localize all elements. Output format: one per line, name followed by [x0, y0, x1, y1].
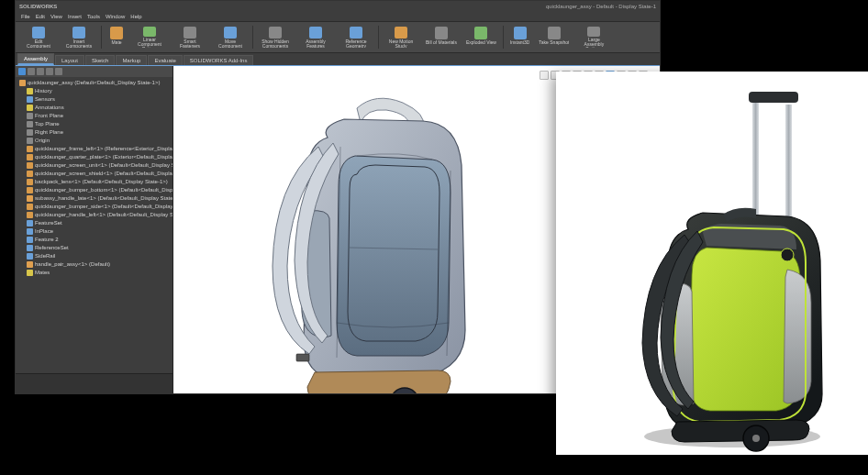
tree-node[interactable]: History	[19, 87, 171, 95]
ribbon-label: Move Component	[215, 39, 246, 48]
tree-node-label: Sensors	[35, 95, 55, 104]
ribbon-icon	[110, 27, 123, 39]
part-icon	[27, 154, 33, 160]
tree-node[interactable]: quicklaunger_bumper_bottom<1> (Default<D…	[19, 186, 171, 194]
product-photo-rolling-backpack	[556, 72, 868, 455]
feature-tree-tab-icon[interactable]	[18, 68, 26, 75]
asm-icon	[27, 261, 33, 268]
menu-help[interactable]: Help	[130, 14, 141, 19]
ribbon-edit-component[interactable]: Edit Component	[19, 24, 58, 50]
tree-node-label: Mates	[35, 269, 50, 277]
ribbon-label: Show Hidden Components	[260, 39, 291, 48]
ribbon-icon	[395, 27, 407, 39]
tree-node[interactable]: quicklaunger_bumper_side<1> (Default<Def…	[19, 203, 171, 211]
menu-edit[interactable]: Edit	[36, 14, 45, 19]
config-manager-tab-icon[interactable]	[37, 68, 44, 75]
tree-node[interactable]: quicklaunger_screen_unit<1> (Default<Def…	[19, 161, 171, 170]
tab-markup[interactable]: Markup	[116, 55, 147, 65]
ribbon-exploded-view[interactable]: Exploded View	[462, 24, 500, 50]
ribbon-new-motion-study[interactable]: New Motion Study	[382, 24, 420, 50]
tree-node[interactable]: backpack_lens<1> (Default<Default_Displa…	[19, 178, 171, 186]
part-icon	[27, 171, 33, 177]
ribbon-insert-components[interactable]: Insert Components	[60, 24, 98, 50]
tree-node-label: Top Plane	[35, 120, 60, 128]
menu-window[interactable]: Window	[106, 14, 125, 19]
tree-node[interactable]: quicklaunger_frame_left<1> (Reference<Ex…	[19, 145, 171, 153]
ribbon-icon	[587, 27, 600, 37]
origin-icon	[27, 113, 33, 119]
tab-solidworks-add-ins[interactable]: SOLIDWORKS Add-Ins	[184, 55, 254, 65]
ribbon-label: Edit Component	[23, 39, 54, 48]
tree-node[interactable]: Right Plane	[19, 128, 171, 137]
part-icon	[27, 179, 33, 185]
ribbon-icon	[514, 27, 527, 39]
ribbon-large-assembly-settings[interactable]: Large Assembly Settings	[574, 24, 613, 50]
tree-node[interactable]: Feature 2	[19, 236, 171, 244]
tab-layout[interactable]: Layout	[55, 55, 84, 65]
display-manager-tab-icon[interactable]	[55, 68, 62, 75]
ribbon-linear-component-pattern[interactable]: Linear Component Pattern	[130, 24, 169, 50]
tree-node-label: Feature 2	[35, 236, 59, 244]
origin-icon	[27, 138, 33, 144]
ribbon-label: Assembly Features	[300, 39, 331, 48]
tree-node[interactable]: Origin	[19, 137, 171, 145]
tree-node[interactable]: Top Plane	[19, 120, 171, 128]
tree-node[interactable]: FeatureSet	[19, 219, 171, 227]
feature-icon	[27, 237, 33, 243]
menu-file[interactable]: File	[21, 14, 30, 19]
ribbon-icon	[350, 27, 362, 39]
ribbon-move-component[interactable]: Move Component	[211, 24, 250, 50]
tree-node[interactable]: handle_pair_assy<1> (Default)	[19, 260, 171, 269]
folder-icon	[27, 270, 33, 276]
tree-node[interactable]: Mates	[19, 269, 171, 277]
tree-node-label: quicklaunger_screen_unit<1> (Default<Def…	[35, 161, 172, 170]
ribbon-bill-of-materials[interactable]: Bill of Materials	[422, 24, 461, 50]
ribbon-toolbar: Edit ComponentInsert ComponentsMateLinea…	[16, 22, 660, 53]
property-manager-tab-icon[interactable]	[28, 68, 35, 75]
ribbon-assembly-features[interactable]: Assembly Features	[296, 24, 335, 50]
tree-node[interactable]: Sensors	[19, 95, 171, 104]
tree-node[interactable]: ReferenceSet	[19, 244, 171, 252]
ribbon-separator	[101, 26, 102, 49]
tree-node[interactable]: quicklaunger_handle_left<1> (Default<Def…	[19, 211, 171, 219]
menu-bar: FileEditViewInsertToolsWindowHelp	[16, 12, 660, 22]
origin-icon	[27, 121, 33, 127]
tab-evaluate[interactable]: Evaluate	[148, 55, 182, 65]
menu-view[interactable]: View	[50, 14, 62, 19]
part-icon	[27, 162, 33, 169]
ribbon-reference-geometry[interactable]: Reference Geometry	[337, 24, 375, 50]
part-icon	[27, 204, 33, 210]
tab-assembly[interactable]: Assembly	[17, 53, 54, 65]
product-photo-panel	[556, 72, 868, 455]
feature-icon	[27, 253, 33, 260]
ribbon-instant3d[interactable]: Instant3D	[506, 24, 533, 50]
tree-node-label: quicklaunger_bumper_bottom<1> (Default<D…	[35, 186, 172, 194]
feature-icon	[27, 96, 33, 103]
tab-sketch[interactable]: Sketch	[85, 55, 115, 65]
tree-node[interactable]: quicklaunger_screen_shield<1> (Default<D…	[19, 170, 171, 178]
ribbon-label: Linear Component Pattern	[134, 38, 165, 48]
feature-tree[interactable]: quicklaunger_assy (Default<Default_Displ…	[16, 77, 172, 373]
ribbon-icon	[143, 27, 156, 37]
ribbon-take-snapshot[interactable]: Take Snapshot	[535, 24, 573, 50]
tree-node[interactable]: quicklaunger_quarter_plate<1> (Exterior<…	[19, 153, 171, 161]
cad-model-rolling-backpack	[219, 83, 531, 393]
dim-manager-tab-icon[interactable]	[46, 68, 53, 75]
svg-point-7	[781, 249, 794, 261]
tree-node[interactable]: Annotations	[19, 104, 171, 112]
tree-node[interactable]: subassy_handle_late<1> (Default<Default_…	[19, 194, 171, 203]
menu-tools[interactable]: Tools	[87, 14, 100, 19]
zoom-fit-button[interactable]	[540, 71, 549, 80]
menu-insert[interactable]: Insert	[68, 14, 82, 19]
tree-node[interactable]: quicklaunger_assy (Default<Default_Displ…	[19, 79, 171, 87]
ribbon-label: Exploded View	[466, 40, 496, 45]
ribbon-icon	[184, 27, 196, 39]
tree-node[interactable]: InPlace	[19, 227, 171, 236]
tree-node-label: SideRail	[35, 252, 55, 260]
ribbon-mate[interactable]: Mate	[105, 24, 128, 50]
tree-node[interactable]: SideRail	[19, 252, 171, 260]
ribbon-show-hidden-components[interactable]: Show Hidden Components	[256, 24, 295, 50]
tree-node[interactable]: Front Plane	[19, 112, 171, 120]
ribbon-smart-fasteners[interactable]: Smart Fasteners	[171, 24, 209, 50]
ribbon-separator	[252, 26, 253, 49]
